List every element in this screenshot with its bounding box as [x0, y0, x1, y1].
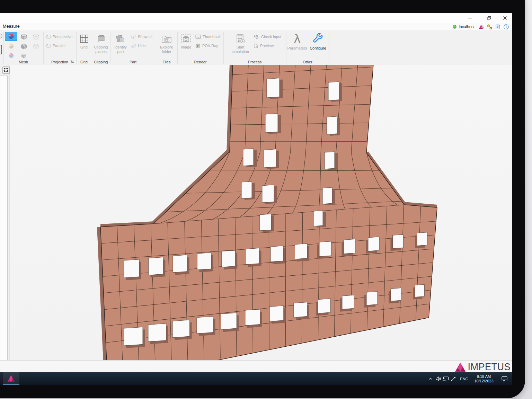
impetus-taskbar-icon	[7, 375, 15, 382]
group-label-other: Other	[286, 60, 329, 64]
taskbar: ENG 9:18 AM 10/12/2023	[0, 372, 512, 385]
start-simulation-button[interactable]: Start simulation	[229, 33, 252, 54]
mesh-element-beige-icon	[8, 43, 15, 50]
parameters-button[interactable]: λ Parameters	[287, 32, 308, 51]
configure-label: Configure	[310, 46, 326, 51]
image-label: Image	[181, 45, 192, 50]
chevron-up-icon	[428, 376, 433, 381]
cube-outline-icon	[32, 33, 40, 40]
image-icon	[181, 33, 191, 45]
mesh-element-pink-icon	[8, 52, 15, 59]
parallel-icon	[46, 43, 51, 48]
minimize-button[interactable]	[463, 13, 477, 23]
impetus-brand: IMPETUS	[454, 362, 511, 372]
identify-part-button[interactable]: i Identify part	[112, 33, 130, 54]
perspective-button[interactable]: Perspective	[46, 33, 72, 40]
image-button[interactable]: Image	[178, 33, 194, 50]
cube-outline-button[interactable]	[31, 32, 41, 41]
license-key-icon[interactable]	[487, 24, 493, 30]
info-icon[interactable]	[503, 24, 509, 30]
svg-text:i: i	[122, 38, 123, 42]
ribbon-group-process: Start simulation AB Check input Preview …	[223, 31, 286, 65]
group-label-render: Render	[177, 60, 223, 64]
ribbon-group-part: i Identify part Show all Hide Part	[110, 31, 156, 65]
restore-button[interactable]	[482, 13, 496, 23]
volume-icon	[435, 376, 441, 381]
ribbon-group-mesh: Mesh	[3, 31, 43, 65]
hide-label: Hide	[138, 44, 146, 48]
server-name: localhost	[459, 25, 475, 29]
mesh-transparent-button[interactable]	[5, 51, 17, 60]
clock-time: 9:18 AM	[471, 374, 497, 379]
server-online-icon	[453, 25, 456, 29]
overview-grid-icon	[4, 68, 8, 72]
grid-button[interactable]: Grid	[76, 33, 92, 50]
server-status-cluster: localhost	[453, 24, 509, 30]
ribbon-group-render: Image Thumbnail P POV-Ray Render	[177, 31, 223, 65]
povray-label: POV-Ray	[202, 44, 218, 48]
svg-text:AB: AB	[254, 35, 258, 38]
ribbon-tab-row: Measure localhost	[0, 23, 512, 30]
cube-solid-button[interactable]	[19, 32, 29, 41]
pen-button[interactable]	[450, 372, 457, 385]
show-all-button[interactable]: Show all	[131, 33, 152, 40]
mesh-element-red-blue-icon	[8, 33, 15, 40]
thumbnail-button[interactable]: Thumbnail	[195, 33, 220, 40]
overview-grid-button[interactable]	[2, 66, 10, 74]
start-simulation-label: Start simulation	[229, 45, 252, 54]
taskbar-impetus-app-button[interactable]	[3, 372, 19, 385]
explore-folder-icon	[161, 33, 172, 45]
thumbnail-label: Thumbnail	[203, 35, 220, 39]
model-tree-panel[interactable]	[0, 76, 8, 360]
group-label-files: Files	[156, 60, 177, 64]
cube-wireframe-button[interactable]	[31, 42, 41, 51]
show-all-icon	[131, 34, 136, 39]
mesh-surface-button[interactable]	[5, 42, 17, 51]
minimize-icon	[468, 16, 472, 20]
preview-button[interactable]: Preview	[253, 42, 274, 49]
group-label-part: Part	[110, 60, 156, 64]
explore-folder-button[interactable]: Explore folder	[156, 33, 177, 54]
restore-icon	[487, 16, 491, 20]
group-label-clipping: Clipping	[92, 60, 110, 64]
display-icon	[443, 376, 449, 382]
language-indicator[interactable]: ENG	[457, 377, 471, 381]
identify-part-label: Identify part	[112, 45, 129, 54]
ribbon-group-clipping: Clipping planes Clipping	[92, 31, 110, 65]
viewport-area[interactable]	[0, 65, 512, 360]
dialog-launcher-icon[interactable]	[71, 60, 74, 63]
cube-divided-button[interactable]	[19, 42, 29, 51]
monitor-bezel: Measure localhost	[0, 0, 525, 398]
impetus-license-icon[interactable]	[478, 24, 484, 30]
tray-expand-button[interactable]	[427, 372, 434, 385]
povray-button[interactable]: P POV-Ray	[195, 42, 218, 49]
parallel-label: Parallel	[53, 44, 65, 48]
taskbar-clock[interactable]: 9:18 AM 10/12/2023	[471, 374, 497, 383]
notifications-button[interactable]	[497, 372, 512, 385]
chat-bubble-icon	[501, 376, 508, 382]
pen-icon	[451, 376, 456, 382]
cube-small-button[interactable]	[19, 51, 29, 60]
impetus-logo-triangle-icon	[454, 362, 466, 372]
clipping-planes-icon	[96, 33, 106, 45]
ribbon: Mesh Perspective Parallel Projection	[0, 30, 512, 65]
configure-button[interactable]: Configure	[308, 32, 328, 51]
network-display-button[interactable]	[442, 372, 450, 385]
viewport-3d-model[interactable]	[0, 65, 512, 360]
license-scroll-icon[interactable]	[495, 24, 501, 30]
close-button[interactable]	[498, 13, 512, 23]
clipping-planes-button[interactable]: Clipping planes	[92, 33, 110, 54]
identify-part-icon: i	[115, 33, 126, 45]
group-label-grid: Grid	[76, 60, 92, 64]
volume-button[interactable]	[434, 372, 442, 385]
parallel-button[interactable]: Parallel	[46, 42, 65, 49]
check-input-button[interactable]: AB Check input	[253, 33, 281, 40]
preview-icon	[253, 43, 258, 48]
ribbon-group-grid: Grid Grid	[76, 31, 92, 65]
mesh-element-button[interactable]	[5, 32, 17, 41]
tab-measure[interactable]: Measure	[3, 24, 20, 29]
cropped-icon	[0, 34, 2, 38]
close-icon	[503, 16, 507, 20]
grid-label: Grid	[80, 45, 88, 50]
hide-button[interactable]: Hide	[131, 42, 146, 49]
